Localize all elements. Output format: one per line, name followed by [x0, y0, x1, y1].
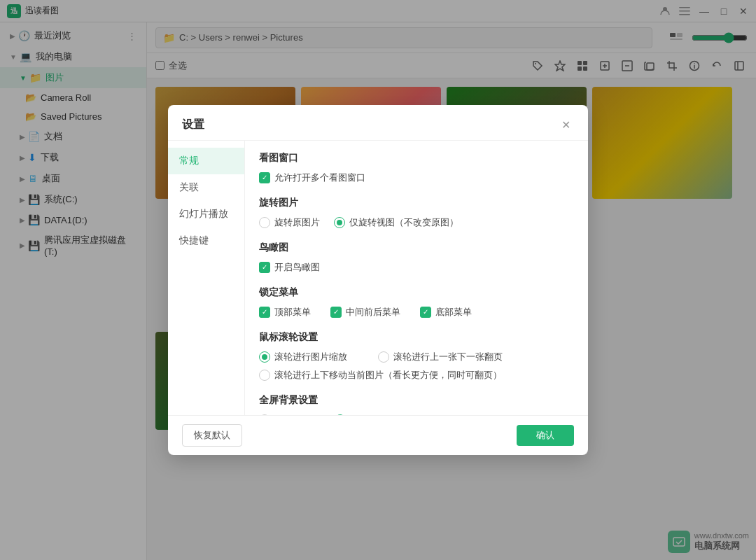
lock-menu-row: ✓ 顶部菜单 ✓ 中间前后菜单 ✓ — [259, 306, 574, 318]
rotate-original-outer — [259, 217, 270, 228]
rotate-view-inner — [337, 220, 342, 225]
scroll-row-1: 滚轮进行图片缩放 滚轮进行上一张下一张翻页 — [259, 351, 574, 363]
section-scroll: 鼠标滚轮设置 滚轮进行图片缩放 滚轮进行上一张下一张翻页 — [259, 331, 574, 382]
bird-view-row: ✓ 开启鸟瞰图 — [259, 261, 574, 274]
section-rotate: 旋转图片 旋转原图片 仅旋转视图（不改变原图） — [259, 197, 574, 229]
nav-slideshow[interactable]: 幻灯片播放 — [168, 201, 244, 227]
scroll-zoom-text: 滚轮进行图片缩放 — [274, 351, 347, 363]
scroll-move-outer — [259, 370, 270, 381]
rotate-view-outer — [334, 217, 345, 228]
confirm-button[interactable]: 确认 — [517, 425, 574, 446]
nav-general[interactable]: 常规 — [168, 148, 244, 174]
scroll-zoom-radio[interactable]: 滚轮进行图片缩放 — [259, 351, 347, 363]
restore-defaults-button[interactable]: 恢复默认 — [182, 424, 242, 447]
fullscreen-bg-title: 全屏背景设置 — [259, 394, 574, 407]
middle-menu-label: 中间前后菜单 — [346, 306, 400, 318]
lock-menu-title: 锁定菜单 — [259, 286, 574, 299]
middle-menu-checkbox[interactable]: ✓ 中间前后菜单 — [330, 306, 400, 318]
section-fullscreen-bg: 全屏背景设置 透明 不透明 — [259, 394, 574, 415]
section-view-window: 看图窗口 ✓ 允许打开多个看图窗口 — [259, 152, 574, 184]
nav-shortcuts[interactable]: 快捷键 — [168, 227, 244, 254]
scroll-move-text: 滚轮进行上下移动当前图片（看长更方便，同时可翻页） — [274, 369, 502, 382]
dialog-header: 设置 ✕ — [168, 105, 588, 141]
rotate-title: 旋转图片 — [259, 197, 574, 209]
section-lock-menu: 锁定菜单 ✓ 顶部菜单 ✓ 中间前后菜单 — [259, 286, 574, 318]
bird-view-title: 鸟瞰图 — [259, 241, 574, 254]
scroll-title: 鼠标滚轮设置 — [259, 331, 574, 344]
bottom-menu-box: ✓ — [420, 307, 431, 318]
view-window-title: 看图窗口 — [259, 152, 574, 164]
bottom-menu-label: 底部菜单 — [435, 306, 472, 318]
dialog-sidebar: 常规 关联 幻灯片播放 快捷键 — [168, 141, 245, 415]
rotate-original-radio[interactable]: 旋转原图片 — [259, 216, 320, 229]
scroll-row-2: 滚轮进行上下移动当前图片（看长更方便，同时可翻页） — [259, 369, 574, 382]
scroll-flip-outer — [378, 351, 389, 363]
rotate-original-text: 旋转原图片 — [274, 216, 320, 229]
modal-overlay[interactable]: 设置 ✕ 常规 关联 幻灯片播放 快捷键 看图窗口 — [0, 0, 756, 560]
bird-view-checkbox[interactable]: ✓ 开启鸟瞰图 — [259, 261, 320, 274]
dialog-footer: 恢复默认 确认 — [168, 415, 588, 455]
dialog-close-button[interactable]: ✕ — [557, 116, 574, 133]
bird-view-label: 开启鸟瞰图 — [274, 261, 320, 274]
top-menu-checkbox[interactable]: ✓ 顶部菜单 — [259, 306, 311, 318]
allow-multiple-checkbox[interactable]: ✓ 允许打开多个看图窗口 — [259, 172, 365, 184]
scroll-zoom-inner — [262, 354, 267, 360]
middle-menu-box: ✓ — [330, 307, 342, 318]
nav-association[interactable]: 关联 — [168, 174, 244, 201]
top-menu-label: 顶部菜单 — [274, 306, 311, 318]
settings-dialog: 设置 ✕ 常规 关联 幻灯片播放 快捷键 看图窗口 — [168, 105, 588, 455]
scroll-flip-radio[interactable]: 滚轮进行上一张下一张翻页 — [378, 351, 503, 363]
rotate-options-row: 旋转原图片 仅旋转视图（不改变原图） — [259, 216, 574, 229]
rotate-view-radio[interactable]: 仅旋转视图（不改变原图） — [334, 216, 458, 229]
dialog-body: 常规 关联 幻灯片播放 快捷键 看图窗口 ✓ 允许打开多个看图窗口 — [168, 141, 588, 415]
top-menu-box: ✓ — [259, 307, 270, 318]
section-bird-view: 鸟瞰图 ✓ 开启鸟瞰图 — [259, 241, 574, 274]
scroll-flip-text: 滚轮进行上一张下一张翻页 — [393, 351, 503, 363]
bird-view-box: ✓ — [259, 262, 270, 273]
allow-multiple-label: 允许打开多个看图窗口 — [274, 172, 365, 184]
allow-multiple-box: ✓ — [259, 172, 270, 183]
dialog-content-area: 看图窗口 ✓ 允许打开多个看图窗口 旋转图片 — [245, 141, 588, 415]
scroll-zoom-outer — [259, 351, 270, 363]
scroll-move-radio[interactable]: 滚轮进行上下移动当前图片（看长更方便，同时可翻页） — [259, 369, 502, 382]
allow-multiple-row: ✓ 允许打开多个看图窗口 — [259, 172, 574, 184]
rotate-view-text: 仅旋转视图（不改变原图） — [349, 216, 458, 229]
dialog-title: 设置 — [182, 118, 204, 132]
bottom-menu-checkbox[interactable]: ✓ 底部菜单 — [420, 306, 472, 318]
